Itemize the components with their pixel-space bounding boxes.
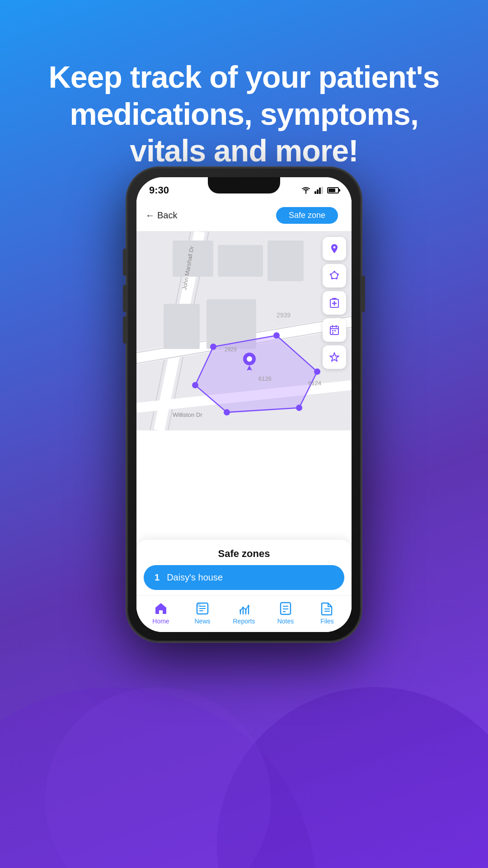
reports-icon xyxy=(237,601,251,616)
svg-text:6124: 6124 xyxy=(308,380,321,387)
phone-mockup: 9:30 xyxy=(127,167,361,642)
wifi-icon xyxy=(301,187,311,194)
app-content: ← Back Safe zone xyxy=(136,200,352,632)
svg-rect-52 xyxy=(197,603,201,607)
back-arrow-icon: ← xyxy=(145,210,155,221)
map-tool-location[interactable] xyxy=(323,237,346,260)
nav-label-files: Files xyxy=(320,618,334,625)
svg-text:2939: 2939 xyxy=(277,311,291,319)
svg-point-26 xyxy=(247,356,252,362)
svg-rect-2 xyxy=(317,189,319,194)
nav-label-reports: Reports xyxy=(233,618,255,625)
battery-icon xyxy=(327,187,339,193)
svg-point-33 xyxy=(333,271,335,273)
svg-point-20 xyxy=(273,332,280,339)
home-icon xyxy=(154,601,168,616)
news-icon xyxy=(195,601,210,616)
nav-label-notes: Notes xyxy=(277,618,294,625)
zone-item[interactable]: 1 Daisy's house xyxy=(144,565,344,590)
hero-title: Keep track of your patient's medications… xyxy=(0,59,488,170)
nav-label-news: News xyxy=(194,618,210,625)
map-svg: John Marshall Dr Williston Dr 2939 6126 … xyxy=(136,231,352,430)
svg-text:Williston Dr: Williston Dr xyxy=(173,411,202,418)
map-area[interactable]: John Marshall Dr Williston Dr 2939 6126 … xyxy=(136,231,352,430)
svg-point-36 xyxy=(336,278,338,279)
notes-icon xyxy=(278,601,293,616)
svg-point-23 xyxy=(224,409,230,415)
svg-rect-4 xyxy=(321,187,323,194)
map-tool-polygon[interactable] xyxy=(323,264,346,288)
files-icon xyxy=(320,601,334,616)
svg-point-56 xyxy=(248,605,249,607)
svg-rect-45 xyxy=(332,330,333,331)
svg-text:6126: 6126 xyxy=(258,375,272,382)
svg-point-0 xyxy=(305,193,307,194)
svg-point-21 xyxy=(314,368,320,375)
page-wrapper: Keep track of your patient's medications… xyxy=(0,0,488,868)
svg-rect-3 xyxy=(319,188,321,194)
svg-point-55 xyxy=(245,609,247,610)
status-time: 9:30 xyxy=(149,184,169,196)
svg-point-22 xyxy=(296,405,302,411)
nav-item-reports[interactable]: Reports xyxy=(228,601,260,625)
signal-icon xyxy=(314,187,324,194)
map-tool-medical[interactable] xyxy=(323,291,346,315)
svg-point-54 xyxy=(242,607,244,609)
map-tool-star[interactable] xyxy=(323,345,346,369)
svg-rect-15 xyxy=(267,241,304,281)
svg-text:2929: 2929 xyxy=(225,346,237,353)
svg-point-19 xyxy=(210,344,216,350)
phone-screen: 9:30 xyxy=(136,177,352,632)
back-label: Back xyxy=(157,210,177,221)
back-button[interactable]: ← Back xyxy=(145,210,177,221)
status-icons xyxy=(301,187,339,194)
nav-item-news[interactable]: News xyxy=(187,601,218,625)
svg-point-34 xyxy=(330,274,332,275)
phone-shell: 9:30 xyxy=(127,167,361,642)
map-toolbar xyxy=(323,237,346,369)
svg-rect-16 xyxy=(164,304,200,349)
safe-zone-badge: Safe zone xyxy=(276,207,338,224)
bottom-panel: Safe zones 1 Daisy's house Home xyxy=(136,540,352,632)
svg-rect-46 xyxy=(334,330,336,331)
svg-point-35 xyxy=(331,278,333,279)
svg-rect-47 xyxy=(332,332,333,334)
background-waves xyxy=(0,687,488,868)
nav-item-notes[interactable]: Notes xyxy=(270,601,301,625)
phone-notch xyxy=(208,177,280,193)
map-tool-calendar[interactable] xyxy=(323,318,346,342)
safe-zones-title: Safe zones xyxy=(136,540,352,565)
bottom-nav: Home News xyxy=(136,595,352,632)
svg-rect-1 xyxy=(314,191,316,194)
zone-name: Daisy's house xyxy=(167,572,223,583)
svg-point-37 xyxy=(337,274,339,275)
nav-label-home: Home xyxy=(152,618,169,625)
svg-rect-14 xyxy=(218,245,263,277)
nav-item-files[interactable]: Files xyxy=(311,601,343,625)
svg-point-24 xyxy=(192,382,198,388)
nav-item-home[interactable]: Home xyxy=(145,601,177,625)
zone-number: 1 xyxy=(155,572,160,583)
top-nav: ← Back Safe zone xyxy=(136,200,352,231)
svg-point-53 xyxy=(239,609,241,611)
